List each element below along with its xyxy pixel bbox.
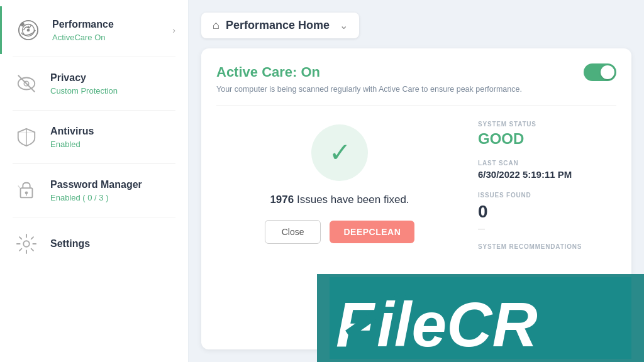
password-manager-subtitle: Enabled ( 0 / 3 ): [50, 193, 175, 202]
active-care-status: On: [297, 64, 320, 80]
svg-line-10: [18, 185, 20, 188]
settings-title: Settings: [50, 238, 175, 251]
antivirus-icon: [13, 123, 40, 151]
deepclean-button[interactable]: DEEPCLEAN: [330, 221, 414, 243]
issues-found-value: 0: [478, 201, 616, 222]
main-wrapper: ⌂ Performance Home ⌄ Active Care: On You…: [189, 0, 644, 362]
svg-point-8: [25, 191, 28, 194]
active-care-description: Your computer is being scanned regularly…: [216, 85, 616, 94]
privacy-icon: [13, 70, 40, 97]
password-manager-title: Password Manager: [50, 178, 175, 192]
home-icon: ⌂: [213, 19, 219, 32]
content-area: ✓ 1976 Issues have been fixed. Close DEE…: [216, 118, 616, 250]
scan-panel: ✓ 1976 Issues have been fixed. Close DEE…: [216, 118, 463, 250]
issues-text: 1976 Issues have been fixed.: [270, 194, 409, 206]
system-status-value: GOOD: [478, 130, 616, 148]
issues-found-sub: —: [478, 224, 616, 232]
check-circle: ✓: [311, 124, 368, 181]
sidebar-item-privacy[interactable]: Privacy Custom Protection: [0, 60, 188, 107]
last-scan-stat: LAST SCAN 6/30/2022 5:19:11 PM: [478, 160, 616, 180]
svg-point-2: [27, 29, 30, 32]
system-rec-label: SYSTEM RECOMMENDATIONS: [478, 243, 616, 250]
system-status-label: SYSTEM STATUS: [478, 121, 616, 128]
active-care-title: Active Care: On: [216, 64, 320, 80]
dropdown-chevron-icon: ⌄: [340, 19, 348, 31]
privacy-subtitle: Custom Protection: [50, 86, 175, 96]
checkmark-icon: ✓: [329, 140, 351, 166]
divider-3: [13, 163, 175, 164]
settings-icon: [13, 230, 40, 258]
page-header: ⌂ Performance Home ⌄: [201, 13, 631, 38]
action-buttons: Close DEEPCLEAN: [265, 220, 415, 244]
password-manager-icon: [13, 177, 40, 204]
issues-found-stat: ISSUES FOUND 0 —: [478, 192, 616, 233]
settings-text: Settings: [50, 238, 175, 251]
stats-panel: SYSTEM STATUS GOOD LAST SCAN 6/30/2022 5…: [478, 118, 616, 250]
divider-1: [13, 57, 175, 57]
issues-found-label: ISSUES FOUND: [478, 192, 616, 199]
system-rec-stat: SYSTEM RECOMMENDATIONS: [478, 243, 616, 250]
sidebar-item-settings[interactable]: Settings: [0, 220, 188, 268]
password-manager-text: Password Manager Enabled ( 0 / 3 ): [50, 178, 175, 202]
performance-title: Performance: [52, 18, 172, 31]
sidebar-item-performance[interactable]: Performance ActiveCare On ›: [0, 6, 188, 54]
antivirus-subtitle: Enabled: [50, 140, 175, 149]
active-care-toggle[interactable]: [584, 63, 616, 81]
sidebar-item-antivirus[interactable]: Antivirus Enabled: [0, 113, 188, 161]
divider-2: [13, 110, 175, 111]
privacy-title: Privacy: [50, 72, 175, 85]
performance-text: Performance ActiveCare On: [52, 18, 172, 42]
page-dropdown[interactable]: ⌂ Performance Home ⌄: [201, 13, 359, 38]
performance-chevron: ›: [172, 25, 175, 35]
card-divider: [216, 105, 616, 106]
active-care-label-prefix: Active Care:: [216, 64, 297, 80]
sidebar: Performance ActiveCare On › Privacy Cust…: [0, 0, 189, 362]
performance-subtitle: ActiveCare On: [52, 33, 172, 42]
watermark-svg: F ileCR: [330, 277, 631, 359]
page-title: Performance Home: [226, 19, 330, 32]
sidebar-item-password-manager[interactable]: Password Manager Enabled ( 0 / 3 ): [0, 167, 188, 214]
antivirus-text: Antivirus Enabled: [50, 125, 175, 149]
issues-count: 1976: [270, 194, 294, 206]
last-scan-label: LAST SCAN: [478, 160, 616, 167]
antivirus-title: Antivirus: [50, 125, 175, 138]
last-scan-value: 6/30/2022 5:19:11 PM: [478, 169, 616, 180]
close-button[interactable]: Close: [265, 220, 321, 244]
issues-description: Issues have been fixed.: [294, 194, 409, 206]
divider-4: [13, 217, 175, 217]
system-status-stat: SYSTEM STATUS GOOD: [478, 121, 616, 148]
svg-point-11: [23, 241, 29, 246]
active-care-header: Active Care: On: [216, 63, 616, 81]
watermark-logo: F ileCR: [330, 277, 631, 359]
svg-text:ileCR: ileCR: [377, 289, 538, 359]
performance-icon: [14, 16, 42, 44]
watermark-overlay: F ileCR: [317, 274, 644, 362]
privacy-text: Privacy Custom Protection: [50, 72, 175, 96]
